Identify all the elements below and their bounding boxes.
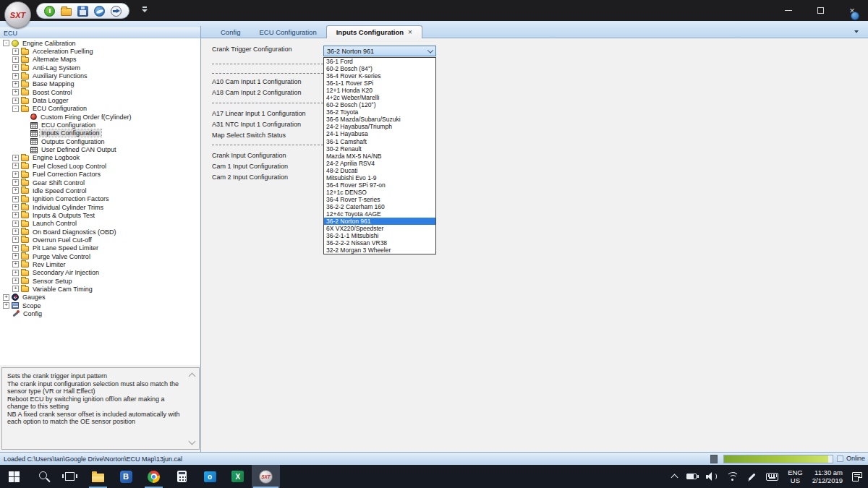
tree-expander-icon[interactable]: +	[12, 261, 19, 267]
touch-keyboard-icon[interactable]	[766, 473, 778, 481]
scroll-up-icon[interactable]	[190, 372, 195, 378]
tab-close-icon[interactable]: ×	[408, 28, 412, 36]
crank-trigger-combobox[interactable]: 36-2 Norton 961	[323, 46, 436, 56]
tree-item-auxiliary-functions[interactable]: +Auxiliary Functions	[0, 72, 200, 80]
taskbar-button-sxt[interactable]: SXT	[252, 465, 280, 488]
dropdown-option[interactable]: 24-2 Hayabusa/Triumph	[324, 123, 435, 130]
dropdown-option[interactable]: 36-2-2-2 Nissan VR38	[324, 239, 435, 247]
dropdown-option[interactable]: 36-4 Rover K-series	[324, 72, 435, 80]
tree-item-individual-cylinder-trims[interactable]: +Individual Cylinder Trims	[0, 203, 200, 211]
tree-item-inputs-configuration[interactable]: Inputs Configuration	[0, 129, 200, 137]
taskbar-button-start[interactable]	[0, 465, 28, 488]
wifi-icon[interactable]	[726, 472, 738, 481]
sync-icon[interactable]	[94, 6, 105, 17]
tree-expander-icon[interactable]: +	[12, 64, 19, 71]
tree-expander-icon[interactable]: +	[12, 286, 19, 292]
tree-item-boost-control[interactable]: +Boost Control	[0, 88, 200, 96]
tree-item-fuel-closed-loop-control[interactable]: +Fuel Closed Loop Control	[0, 162, 200, 170]
tree-expander-icon[interactable]: +	[12, 89, 19, 95]
tab-inputs-configuration[interactable]: Inputs Configuration×	[326, 25, 422, 38]
tree-item-data-logger[interactable]: +Data Logger	[0, 96, 200, 104]
tree-item-config[interactable]: Config	[0, 309, 200, 317]
tree-item-ignition-correction-factors[interactable]: +Ignition Correction Factors	[0, 195, 200, 203]
tree-item-custom-firing-order-f-cylinder-[interactable]: Custom Firing Order f(Cylinder)	[0, 113, 200, 121]
toolbar-overflow-icon[interactable]	[142, 7, 148, 14]
tree-expander-icon[interactable]: +	[3, 294, 9, 301]
dropdown-option[interactable]: 36-1 Camshaft	[324, 138, 435, 145]
tree-expander-icon[interactable]: +	[12, 56, 19, 63]
tree-expander-icon[interactable]: +	[12, 98, 19, 104]
tab-ecu-configuration[interactable]: ECU Configuration	[250, 26, 326, 38]
tree-item-ecu-configuration[interactable]: ECU Configuration	[0, 121, 200, 129]
tree-expander-icon[interactable]: +	[12, 81, 19, 87]
tree-item-scope[interactable]: +Scope	[0, 301, 200, 309]
power-connect-icon[interactable]	[44, 6, 55, 17]
tree-expander-icon[interactable]: +	[12, 48, 19, 55]
tree-expander-icon[interactable]: +	[12, 163, 19, 169]
tab-config[interactable]: Config	[211, 26, 250, 38]
taskbar-button-outlook[interactable]: o	[196, 465, 224, 488]
dropdown-option[interactable]: 12+1c DENSO	[324, 189, 435, 196]
maximize-button[interactable]	[804, 0, 836, 21]
tree-item-engine-calibration[interactable]: -Engine Calibration	[0, 39, 200, 47]
dropdown-option[interactable]: 30-2 Renault	[324, 145, 435, 153]
import-icon[interactable]	[111, 6, 122, 17]
tree-expander-icon[interactable]: -	[3, 40, 9, 46]
tree-expander-icon[interactable]: +	[3, 302, 9, 309]
action-center-icon[interactable]	[852, 472, 862, 481]
tree-expander-icon[interactable]: +	[12, 171, 19, 178]
tree-expander-icon[interactable]: +	[12, 278, 19, 284]
taskbar-button-task-view[interactable]	[56, 465, 84, 488]
taskbar-button-file-explorer[interactable]	[84, 465, 112, 488]
tree-item-gear-shift-control[interactable]: +Gear Shift Control	[0, 179, 200, 187]
tree-item-fuel-correction-factors[interactable]: +Fuel Correction Factors	[0, 171, 200, 179]
dropdown-option[interactable]: 32-2 Morgan 3 Wheeler	[324, 247, 435, 254]
tree-item-purge-valve-control[interactable]: +Purge Valve Control	[0, 252, 200, 260]
tree-item-ecu-configuration[interactable]: -ECU Configuration	[0, 105, 200, 113]
tree-item-alternate-maps[interactable]: +Alternate Maps	[0, 56, 200, 64]
app-menu-button[interactable]: SXT	[4, 1, 31, 28]
tree-expander-icon[interactable]: +	[12, 253, 19, 260]
tree-expander-icon[interactable]: +	[12, 196, 19, 202]
tree-expander-icon[interactable]: -	[12, 106, 19, 112]
pen-icon[interactable]	[747, 472, 757, 481]
dropdown-option[interactable]: 36-2 Norton 961	[324, 218, 435, 225]
taskbar-button-app-b[interactable]: B	[112, 465, 140, 488]
tree-item-user-defined-can-output[interactable]: User Defined CAN Output	[0, 145, 200, 153]
tree-item-anti-lag-system[interactable]: +Anti-Lag System	[0, 64, 200, 72]
panel-menu-icon[interactable]	[854, 30, 859, 33]
dropdown-option[interactable]: 24-2 Aprilia RSV4	[324, 160, 435, 167]
tree-item-gauges[interactable]: +Gauges	[0, 294, 200, 301]
minimize-button[interactable]	[773, 0, 804, 21]
tree-item-acceleration-fuelling[interactable]: +Acceleration Fuelling	[0, 47, 200, 55]
dropdown-option[interactable]: Mazda MX-5 NA/NB	[324, 153, 435, 160]
tree-expander-icon[interactable]: +	[12, 179, 19, 186]
dropdown-option[interactable]: 12+4c Toyota 4AGE	[324, 210, 435, 218]
dropdown-option[interactable]: 60-2 Bosch (84°)	[324, 65, 435, 72]
dropdown-option[interactable]: 36-4 Rover SPi 97-on	[324, 181, 435, 189]
tree-item-pit-lane-speed-limiter[interactable]: +Pit Lane Speed Limiter	[0, 244, 200, 252]
open-file-icon[interactable]	[61, 8, 72, 16]
tree-item-overrun-fuel-cut-off[interactable]: +Overrun Fuel Cut-off	[0, 236, 200, 244]
chevron-up-icon[interactable]	[671, 474, 678, 481]
tree-item-engine-logbook[interactable]: +Engine Logbook	[0, 154, 200, 162]
dropdown-option[interactable]: 24-1 Hayabusa	[324, 130, 435, 137]
tree-item-secondary-air-injection[interactable]: +Secondary Air Injection	[0, 269, 200, 277]
tree-expander-icon[interactable]: +	[12, 221, 19, 227]
dropdown-option[interactable]: Mitsubishi Evo 1-9	[324, 174, 435, 181]
dropdown-option[interactable]: 6X VX220/Speedster	[324, 225, 435, 232]
tree-item-rev-limiter[interactable]: +Rev Limiter	[0, 260, 200, 268]
dropdown-option[interactable]: 4+2c Weber/Marelli	[324, 94, 435, 101]
tree-item-idle-speed-control[interactable]: +Idle Speed Control	[0, 187, 200, 194]
tree-expander-icon[interactable]: +	[12, 228, 19, 235]
tree-expander-icon[interactable]: +	[12, 236, 19, 243]
taskbar-button-excel[interactable]: X	[224, 465, 252, 488]
help-icon[interactable]	[851, 12, 859, 20]
dropdown-option[interactable]: 60-2 Bosch (120°)	[324, 101, 435, 108]
tree-item-on-board-diagnostics-obd-[interactable]: +On Board Diagnostics (OBD)	[0, 228, 200, 236]
dropdown-option[interactable]: 36-1-1 Rover SPi	[324, 80, 435, 87]
tree-item-sensor-setup[interactable]: +Sensor Setup	[0, 277, 200, 285]
tree-item-inputs-outputs-test[interactable]: +Inputs & Outputs Test	[0, 211, 200, 219]
battery-icon[interactable]	[686, 474, 697, 479]
language-indicator[interactable]: ENG US	[788, 468, 803, 484]
